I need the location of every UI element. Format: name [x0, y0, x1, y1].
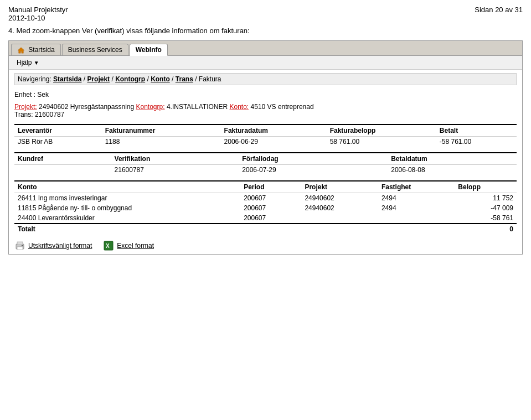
cell-forfallodag: 2006-07-29 — [239, 165, 368, 175]
col-verifikation: Verifikation — [111, 153, 239, 165]
tab-webinfo[interactable]: WebInfo — [130, 44, 168, 56]
cell-verifikation: 21600787 — [111, 165, 239, 175]
print-label: Utskriftsvänligt format — [28, 242, 92, 250]
nav-breadcrumb: Navigering: Startsida / Projekt / Kontog… — [14, 73, 517, 85]
col-projekt: Projekt — [301, 181, 378, 193]
table-row: 11815 Pågående ny- till- o ombyggnad 200… — [14, 203, 517, 213]
trans-label: Trans: — [14, 111, 33, 118]
col-empty — [368, 153, 388, 165]
excel-icon: X — [103, 241, 114, 251]
excel-link[interactable]: X Excel format — [103, 241, 154, 251]
tab-bar: Startsida Business Services WebInfo — [9, 41, 522, 56]
cell-betaldatum: 2006-08-08 — [388, 165, 517, 175]
konto-label: Konto: — [229, 103, 249, 111]
cell-period-3: 200607 — [240, 213, 301, 224]
col-leverantor: Leverantör — [14, 125, 102, 137]
footer-links: Utskriftsvänligt format X Excel format — [14, 241, 517, 251]
totalt-label: Totalt — [14, 224, 240, 234]
breadcrumb-trans[interactable]: Trans — [176, 75, 193, 83]
col-period: Period — [240, 181, 301, 193]
tab-business-services-label: Business Services — [68, 46, 122, 54]
project-info: Projekt: 24940602 Hyresgästanpassning Ko… — [14, 103, 517, 118]
projekt-label: Projekt: — [14, 103, 37, 111]
col-belopp: Belopp — [455, 181, 517, 193]
cell-fastighet-1: 2494 — [378, 193, 455, 204]
doc-page: Sidan 20 av 31 — [475, 6, 523, 22]
menu-hjalp[interactable]: Hjälp ▼ — [13, 58, 43, 68]
col-fakturanummer: Fakturanummer — [102, 125, 221, 137]
col-fakturabelopp: Fakturabelopp — [327, 125, 436, 137]
browser-frame: Startsida Business Services WebInfo Hjäl… — [8, 40, 523, 255]
kundref-table: Kundref Verifikation Förfallodag Betalda… — [14, 152, 517, 175]
col-betalt: Betalt — [436, 125, 517, 137]
konto-value: 4510 VS entreprenad — [251, 103, 314, 111]
col-konto: Konto — [14, 181, 240, 193]
menu-bar: Hjälp ▼ — [9, 56, 522, 70]
trans-value: 21600787 — [35, 111, 64, 118]
doc-title-date: Manual Projektstyr 2012-10-10 — [8, 6, 68, 22]
konto-table: Konto Period Projekt Fastighet Belopp 26… — [14, 180, 517, 234]
project-line1: Projekt: 24940602 Hyresgästanpassning Ko… — [14, 103, 517, 111]
chevron-down-icon: ▼ — [34, 60, 39, 66]
doc-header: Manual Projektstyr 2012-10-10 Sidan 20 a… — [8, 6, 523, 22]
cell-konto-3: 24400 Leverantörsskulder — [14, 213, 240, 224]
print-link[interactable]: Utskriftsvänligt format — [14, 241, 92, 251]
cell-projekt-3 — [301, 213, 378, 224]
nav-label: Navigering: — [18, 75, 51, 83]
cell-period-1: 200607 — [240, 193, 301, 204]
cell-kundref — [14, 165, 111, 175]
cell-belopp-3: -58 761 — [455, 213, 517, 224]
kontogrp-label: Kontogrp: — [136, 103, 165, 111]
totalt-row: Totalt 0 — [14, 224, 517, 234]
cell-fakturabelopp: 58 761.00 — [327, 137, 436, 147]
tab-webinfo-label: WebInfo — [136, 46, 162, 54]
col-fastighet: Fastighet — [378, 181, 455, 193]
breadcrumb-kontogrp[interactable]: Kontogrp — [115, 75, 145, 83]
table-row: 21600787 2006-07-29 2006-08-08 — [14, 165, 517, 175]
cell-projekt-2: 24940602 — [301, 203, 378, 213]
breadcrumb-projekt[interactable]: Projekt — [87, 75, 110, 83]
svg-rect-4 — [22, 245, 23, 246]
printer-icon — [14, 241, 25, 251]
cell-projekt-1: 24940602 — [301, 193, 378, 204]
cell-belopp-2: -47 009 — [455, 203, 517, 213]
svg-text:X: X — [106, 243, 110, 249]
cell-betalt: -58 761.00 — [436, 137, 517, 147]
tab-startsida[interactable]: Startsida — [11, 44, 61, 55]
col-fakturadatum: Fakturadatum — [221, 125, 327, 137]
table-row: 24400 Leverantörsskulder 200607 -58 761 — [14, 213, 517, 224]
intro-text: 4. Med zoom-knappen Ver (verifikat) visa… — [8, 27, 523, 35]
cell-konto-1: 26411 Ing moms investeringar — [14, 193, 240, 204]
breadcrumb-startsida[interactable]: Startsida — [53, 75, 81, 83]
col-kundref: Kundref — [14, 153, 111, 165]
unit-info: Enhet : Sek — [14, 91, 517, 98]
table-row: JSB Rör AB 1188 2006-06-29 58 761.00 -58… — [14, 137, 517, 147]
cell-fakturadatum: 2006-06-29 — [221, 137, 327, 147]
cell-belopp-1: 11 752 — [455, 193, 517, 204]
kontogrp-value: 4.INSTALLATIONER — [167, 103, 228, 111]
cell-fastighet-2: 2494 — [378, 203, 455, 213]
content-area: Navigering: Startsida / Projekt / Kontog… — [9, 70, 522, 254]
doc-date: 2012-10-10 — [8, 14, 68, 22]
excel-label: Excel format — [117, 242, 154, 250]
svg-rect-2 — [17, 242, 23, 245]
breadcrumb-faktura: Faktura — [199, 75, 221, 83]
cell-fakturanummer: 1188 — [102, 137, 221, 147]
projekt-value: 24940602 Hyresgästanpassning — [39, 103, 134, 111]
cell-konto-2: 11815 Pågående ny- till- o ombyggnad — [14, 203, 240, 213]
doc-title: Manual Projektstyr — [8, 6, 68, 14]
menu-hjalp-label: Hjälp — [17, 59, 32, 66]
svg-rect-3 — [17, 247, 23, 250]
breadcrumb-konto[interactable]: Konto — [151, 75, 170, 83]
cell-leverantor: JSB Rör AB — [14, 137, 102, 147]
col-betaldatum: Betaldatum — [388, 153, 517, 165]
totalt-value: 0 — [455, 224, 517, 234]
cell-empty — [368, 165, 388, 175]
cell-fastighet-3 — [378, 213, 455, 224]
tab-startsida-label: Startsida — [28, 46, 54, 54]
svg-marker-0 — [18, 48, 24, 53]
tab-business-services[interactable]: Business Services — [62, 44, 128, 55]
table-row: 26411 Ing moms investeringar 200607 2494… — [14, 193, 517, 204]
cell-period-2: 200607 — [240, 203, 301, 213]
project-line2: Trans: 21600787 — [14, 111, 517, 118]
